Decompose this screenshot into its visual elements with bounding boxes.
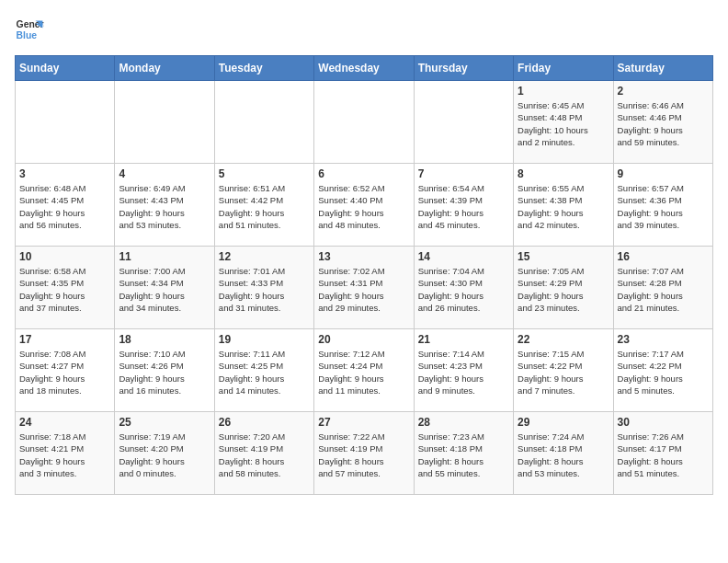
- day-number: 3: [19, 167, 110, 180]
- calendar-cell: 8Sunrise: 6:55 AM Sunset: 4:38 PM Daylig…: [514, 164, 613, 247]
- week-row-4: 24Sunrise: 7:18 AM Sunset: 4:21 PM Dayli…: [16, 412, 713, 495]
- calendar-cell: 25Sunrise: 7:19 AM Sunset: 4:20 PM Dayli…: [115, 412, 214, 495]
- day-number: 2: [618, 85, 709, 98]
- day-info: Sunrise: 7:23 AM Sunset: 4:18 PM Dayligh…: [418, 431, 509, 479]
- day-info: Sunrise: 7:04 AM Sunset: 4:30 PM Dayligh…: [418, 265, 509, 314]
- day-info: Sunrise: 6:54 AM Sunset: 4:39 PM Dayligh…: [418, 182, 509, 231]
- calendar-cell: 3Sunrise: 6:48 AM Sunset: 4:45 PM Daylig…: [16, 164, 115, 247]
- day-info: Sunrise: 7:22 AM Sunset: 4:19 PM Dayligh…: [318, 431, 409, 479]
- day-number: 19: [219, 333, 310, 346]
- calendar-cell: 1Sunrise: 6:45 AM Sunset: 4:48 PM Daylig…: [514, 81, 613, 164]
- day-number: 18: [119, 333, 210, 346]
- calendar-cell: 19Sunrise: 7:11 AM Sunset: 4:25 PM Dayli…: [214, 329, 313, 412]
- day-info: Sunrise: 6:51 AM Sunset: 4:42 PM Dayligh…: [219, 182, 310, 231]
- day-info: Sunrise: 7:07 AM Sunset: 4:28 PM Dayligh…: [618, 265, 709, 314]
- svg-text:Blue: Blue: [17, 30, 38, 40]
- weekday-header-tuesday: Tuesday: [214, 56, 313, 81]
- day-info: Sunrise: 7:20 AM Sunset: 4:19 PM Dayligh…: [219, 431, 310, 479]
- day-number: 21: [418, 333, 509, 346]
- calendar-cell: 18Sunrise: 7:10 AM Sunset: 4:26 PM Dayli…: [115, 329, 214, 412]
- calendar-cell: 17Sunrise: 7:08 AM Sunset: 4:27 PM Dayli…: [16, 329, 115, 412]
- day-number: 22: [518, 333, 609, 346]
- calendar-cell: 5Sunrise: 6:51 AM Sunset: 4:42 PM Daylig…: [214, 164, 313, 247]
- calendar-table: SundayMondayTuesdayWednesdayThursdayFrid…: [15, 55, 713, 495]
- week-row-0: 1Sunrise: 6:45 AM Sunset: 4:48 PM Daylig…: [16, 81, 713, 164]
- calendar-cell: 2Sunrise: 6:46 AM Sunset: 4:46 PM Daylig…: [613, 81, 712, 164]
- day-number: 29: [518, 416, 609, 429]
- day-info: Sunrise: 6:48 AM Sunset: 4:45 PM Dayligh…: [19, 182, 110, 231]
- day-number: 30: [618, 416, 709, 429]
- day-number: 25: [119, 416, 210, 429]
- day-info: Sunrise: 7:17 AM Sunset: 4:22 PM Dayligh…: [618, 348, 709, 396]
- day-number: 14: [418, 250, 509, 263]
- weekday-header-thursday: Thursday: [414, 56, 513, 81]
- calendar-cell: 21Sunrise: 7:14 AM Sunset: 4:23 PM Dayli…: [414, 329, 513, 412]
- calendar-cell: [115, 81, 214, 164]
- calendar-cell: 6Sunrise: 6:52 AM Sunset: 4:40 PM Daylig…: [314, 164, 414, 247]
- day-info: Sunrise: 7:11 AM Sunset: 4:25 PM Dayligh…: [219, 348, 310, 396]
- day-number: 13: [318, 250, 409, 263]
- day-number: 7: [418, 167, 509, 180]
- day-number: 15: [518, 250, 609, 263]
- logo-icon: General Blue: [15, 15, 44, 44]
- day-info: Sunrise: 7:26 AM Sunset: 4:17 PM Dayligh…: [618, 431, 709, 479]
- calendar-cell: 13Sunrise: 7:02 AM Sunset: 4:31 PM Dayli…: [314, 247, 414, 329]
- day-info: Sunrise: 6:46 AM Sunset: 4:46 PM Dayligh…: [618, 99, 709, 148]
- day-number: 1: [518, 85, 609, 98]
- day-number: 4: [119, 167, 210, 180]
- calendar-cell: [414, 81, 513, 164]
- logo: General Blue: [15, 15, 48, 44]
- day-number: 20: [318, 333, 409, 346]
- day-info: Sunrise: 7:05 AM Sunset: 4:29 PM Dayligh…: [518, 265, 609, 314]
- calendar-cell: 12Sunrise: 7:01 AM Sunset: 4:33 PM Dayli…: [214, 247, 313, 329]
- calendar-cell: 9Sunrise: 6:57 AM Sunset: 4:36 PM Daylig…: [613, 164, 712, 247]
- week-row-3: 17Sunrise: 7:08 AM Sunset: 4:27 PM Dayli…: [16, 329, 713, 412]
- day-number: 6: [318, 167, 409, 180]
- day-info: Sunrise: 6:58 AM Sunset: 4:35 PM Dayligh…: [19, 265, 110, 314]
- day-number: 24: [19, 416, 110, 429]
- day-number: 27: [318, 416, 409, 429]
- day-info: Sunrise: 7:02 AM Sunset: 4:31 PM Dayligh…: [318, 265, 409, 314]
- weekday-header-row: SundayMondayTuesdayWednesdayThursdayFrid…: [16, 56, 713, 81]
- header: General Blue: [15, 15, 713, 44]
- day-info: Sunrise: 6:45 AM Sunset: 4:48 PM Dayligh…: [518, 99, 609, 148]
- day-info: Sunrise: 7:15 AM Sunset: 4:22 PM Dayligh…: [518, 348, 609, 396]
- calendar-cell: [16, 81, 115, 164]
- calendar-cell: 22Sunrise: 7:15 AM Sunset: 4:22 PM Dayli…: [514, 329, 613, 412]
- day-number: 5: [219, 167, 310, 180]
- calendar-cell: 30Sunrise: 7:26 AM Sunset: 4:17 PM Dayli…: [613, 412, 712, 495]
- day-info: Sunrise: 7:14 AM Sunset: 4:23 PM Dayligh…: [418, 348, 509, 396]
- calendar-cell: 11Sunrise: 7:00 AM Sunset: 4:34 PM Dayli…: [115, 247, 214, 329]
- calendar-cell: 20Sunrise: 7:12 AM Sunset: 4:24 PM Dayli…: [314, 329, 414, 412]
- weekday-header-saturday: Saturday: [613, 56, 712, 81]
- day-number: 11: [119, 250, 210, 263]
- weekday-header-wednesday: Wednesday: [314, 56, 414, 81]
- day-info: Sunrise: 6:55 AM Sunset: 4:38 PM Dayligh…: [518, 182, 609, 231]
- day-number: 23: [618, 333, 709, 346]
- day-info: Sunrise: 7:08 AM Sunset: 4:27 PM Dayligh…: [19, 348, 110, 396]
- calendar-cell: [314, 81, 414, 164]
- calendar-cell: 7Sunrise: 6:54 AM Sunset: 4:39 PM Daylig…: [414, 164, 513, 247]
- day-info: Sunrise: 7:19 AM Sunset: 4:20 PM Dayligh…: [119, 431, 210, 479]
- day-info: Sunrise: 7:00 AM Sunset: 4:34 PM Dayligh…: [119, 265, 210, 314]
- calendar-cell: 28Sunrise: 7:23 AM Sunset: 4:18 PM Dayli…: [414, 412, 513, 495]
- day-info: Sunrise: 7:01 AM Sunset: 4:33 PM Dayligh…: [219, 265, 310, 314]
- calendar-cell: [214, 81, 313, 164]
- day-number: 16: [618, 250, 709, 263]
- day-info: Sunrise: 6:52 AM Sunset: 4:40 PM Dayligh…: [318, 182, 409, 231]
- calendar-cell: 24Sunrise: 7:18 AM Sunset: 4:21 PM Dayli…: [16, 412, 115, 495]
- calendar-cell: 29Sunrise: 7:24 AM Sunset: 4:18 PM Dayli…: [514, 412, 613, 495]
- day-number: 17: [19, 333, 110, 346]
- calendar-cell: 26Sunrise: 7:20 AM Sunset: 4:19 PM Dayli…: [214, 412, 313, 495]
- day-info: Sunrise: 7:12 AM Sunset: 4:24 PM Dayligh…: [318, 348, 409, 396]
- week-row-2: 10Sunrise: 6:58 AM Sunset: 4:35 PM Dayli…: [16, 247, 713, 329]
- week-row-1: 3Sunrise: 6:48 AM Sunset: 4:45 PM Daylig…: [16, 164, 713, 247]
- calendar-cell: 27Sunrise: 7:22 AM Sunset: 4:19 PM Dayli…: [314, 412, 414, 495]
- day-info: Sunrise: 6:49 AM Sunset: 4:43 PM Dayligh…: [119, 182, 210, 231]
- day-number: 26: [219, 416, 310, 429]
- calendar-cell: 15Sunrise: 7:05 AM Sunset: 4:29 PM Dayli…: [514, 247, 613, 329]
- weekday-header-sunday: Sunday: [16, 56, 115, 81]
- calendar-cell: 14Sunrise: 7:04 AM Sunset: 4:30 PM Dayli…: [414, 247, 513, 329]
- weekday-header-monday: Monday: [115, 56, 214, 81]
- day-info: Sunrise: 6:57 AM Sunset: 4:36 PM Dayligh…: [618, 182, 709, 231]
